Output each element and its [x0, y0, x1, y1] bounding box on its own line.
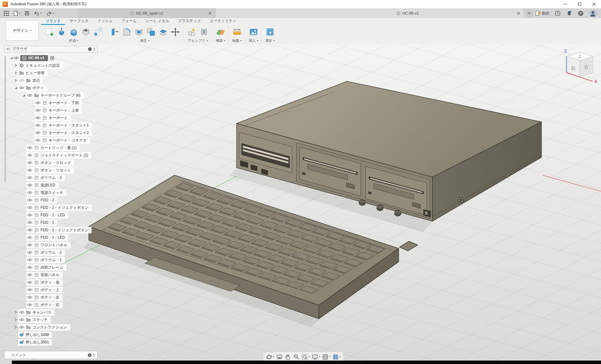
tree-item[interactable]: コンストラクション: [4, 323, 98, 331]
tree-item[interactable]: FDD・2・イジェクトボタン: [4, 204, 98, 211]
tree-item[interactable]: ボリウム・1: [4, 256, 98, 264]
viewcube-front-label[interactable]: 前: [571, 65, 576, 71]
tree-item[interactable]: FDD・1: [4, 219, 98, 226]
activate-component-radio[interactable]: [50, 56, 55, 60]
root-component-chip[interactable]: HC-95 v1: [20, 55, 48, 61]
insert-image-icon[interactable]: [248, 26, 259, 38]
tree-item[interactable]: キーボード: [4, 114, 98, 122]
visibility-toggle[interactable]: [27, 168, 32, 172]
visibility-toggle[interactable]: [27, 288, 32, 292]
visibility-toggle[interactable]: [27, 221, 32, 224]
visibility-toggle[interactable]: [27, 161, 32, 165]
visibility-toggle[interactable]: [19, 318, 24, 322]
visibility-toggle[interactable]: [19, 310, 24, 314]
redo-button[interactable]: ▾: [46, 11, 54, 16]
tree-item[interactable]: キーボード・下面: [4, 99, 98, 107]
pattern-icon[interactable]: [93, 26, 103, 38]
press-pull-icon[interactable]: [109, 26, 120, 38]
tree-item[interactable]: ボリウム・3: [4, 174, 98, 181]
visibility-toggle[interactable]: [35, 108, 41, 112]
visibility-toggle[interactable]: [27, 213, 32, 217]
tab-surface[interactable]: サーフェス: [65, 18, 93, 25]
tab-utility[interactable]: ユーティリティ: [205, 18, 241, 25]
file-menu-button[interactable]: ▾: [13, 11, 20, 16]
history-clock-icon[interactable]: [555, 10, 561, 17]
add-comment-icon[interactable]: [88, 353, 92, 357]
visibility-toggle[interactable]: [35, 101, 41, 105]
tree-item[interactable]: 電源スイッチ: [4, 189, 98, 196]
save-button[interactable]: [25, 11, 29, 16]
visibility-toggle[interactable]: [27, 191, 32, 194]
tab-solid[interactable]: ソリッド: [41, 18, 65, 25]
combine-icon[interactable]: [146, 26, 156, 38]
joint-icon[interactable]: [199, 26, 209, 38]
expand-arrow[interactable]: [13, 326, 18, 329]
visibility-toggle[interactable]: [27, 228, 32, 232]
orbit-icon[interactable]: ▾: [266, 354, 274, 360]
visibility-toggle[interactable]: [19, 325, 24, 329]
tab-plastic[interactable]: プラスチック: [174, 18, 205, 25]
expand-arrow[interactable]: [13, 71, 18, 75]
tree-item[interactable]: ボリウム・2: [4, 249, 98, 256]
visibility-toggle[interactable]: [35, 123, 41, 127]
visibility-toggle[interactable]: [27, 280, 32, 284]
expand-arrow[interactable]: [13, 86, 18, 90]
user-avatar[interactable]: [589, 10, 597, 17]
visibility-toggle[interactable]: [27, 146, 32, 150]
tree-item[interactable]: カートリッジ・蓋 (1): [4, 144, 98, 151]
tree-item[interactable]: ボディ・左: [4, 294, 98, 301]
remove-panel-icon[interactable]: [88, 47, 92, 51]
grid-settings-icon[interactable]: ▾: [322, 354, 330, 360]
tree-item[interactable]: ビュー管理: [4, 69, 98, 77]
expand-arrow[interactable]: [13, 64, 18, 67]
app-grid-icon[interactable]: [4, 11, 9, 16]
viewport-canvas[interactable]: 上 前 右 Z X ブラウザ H: [0, 44, 601, 364]
tree-item[interactable]: 押し出し3501: [4, 338, 98, 346]
extrude-icon[interactable]: [56, 26, 67, 38]
viewcube-right-label[interactable]: 右: [584, 64, 589, 69]
create-sketch-icon[interactable]: [44, 26, 55, 38]
revolve-icon[interactable]: [68, 26, 79, 38]
viewcube-top-label[interactable]: 上: [578, 53, 582, 59]
tree-item[interactable]: キャンバス: [4, 309, 98, 316]
visibility-toggle[interactable]: [27, 251, 32, 254]
job-status[interactable]: 9/10: [535, 11, 549, 16]
close-tab-icon[interactable]: [208, 11, 212, 16]
tree-item[interactable]: FDD・2: [4, 196, 98, 204]
tree-item[interactable]: 原点: [4, 77, 98, 84]
visibility-toggle[interactable]: [27, 153, 32, 157]
display-settings-icon[interactable]: ▾: [312, 354, 320, 360]
tree-item[interactable]: FDD・1・イジェクトボタン: [4, 226, 98, 234]
expand-arrow[interactable]: [22, 94, 26, 97]
visibility-toggle[interactable]: [19, 79, 24, 82]
help-icon[interactable]: ?: [578, 10, 584, 17]
visibility-toggle[interactable]: [27, 295, 32, 299]
construction-plane-icon[interactable]: [215, 26, 226, 38]
visibility-toggle[interactable]: [27, 236, 32, 239]
document-tab-hc95-open[interactable]: HC-95_open v1: [78, 8, 215, 18]
workspace-selector[interactable]: デザイン▾: [6, 20, 39, 41]
move-icon[interactable]: [170, 26, 180, 38]
hole-icon[interactable]: [80, 26, 91, 38]
visibility-toggle[interactable]: [27, 198, 32, 202]
notifications-bell-icon[interactable]: [566, 10, 572, 17]
tree-item[interactable]: 内部フレーム: [4, 264, 98, 271]
tree-item[interactable]: ドキュメントの設定: [4, 62, 98, 69]
panel-drag-handle[interactable]: [94, 48, 95, 51]
new-component-icon[interactable]: [186, 26, 197, 38]
tab-mesh[interactable]: メッシュ: [93, 18, 117, 25]
expand-arrow[interactable]: [13, 79, 18, 82]
tree-item[interactable]: キーボード・スタンド1: [4, 122, 98, 129]
tree-item[interactable]: キーボード・コネクタ: [4, 136, 98, 144]
visibility-toggle[interactable]: [27, 258, 32, 262]
tree-item[interactable]: ボディ: [4, 84, 98, 92]
tree-root[interactable]: HC-95 v1: [4, 54, 98, 62]
expand-arrow[interactable]: [9, 56, 14, 60]
comment-bar[interactable]: コメント: [4, 351, 98, 359]
visibility-toggle[interactable]: [19, 86, 24, 90]
visibility-toggle[interactable]: [14, 56, 19, 60]
visibility-toggle[interactable]: [27, 206, 32, 209]
tree-item[interactable]: ボディ・右: [4, 301, 98, 309]
visibility-toggle[interactable]: [27, 93, 32, 97]
visibility-toggle[interactable]: [27, 183, 32, 187]
